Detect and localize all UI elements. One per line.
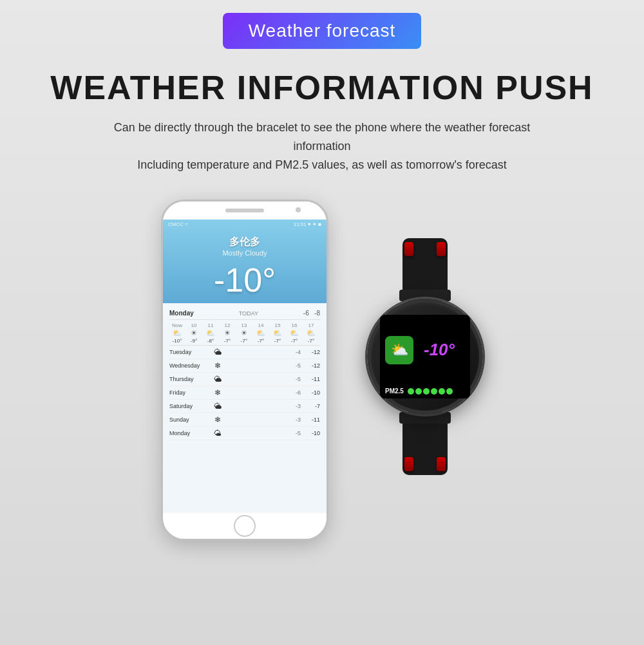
hour-temp: -9° [191,338,197,344]
day-icon: 🌥 [211,402,224,411]
pm-dot [446,388,453,395]
day-name: Wednesday [169,362,211,369]
day-icon: 🌥 [211,375,224,384]
weather-header: 多伦多 Mostly Cloudy [163,229,327,260]
hourly-item: 17 ⛅ -7° [303,322,319,344]
hour-icon: ⛅ [307,329,316,337]
day-name: Sunday [169,416,211,423]
hourly-row: Now ⛅ -10° 10 ☀ -9° 11 ⛅ -8° 12 ☀ -7° 13… [169,320,320,346]
hour-icon: ☀ [191,329,197,337]
hour-label: 16 [292,322,298,328]
daily-row: Tuesday 🌥 -4 -12 [169,346,320,359]
hour-temp: -7° [308,338,314,344]
daily-row: Thursday 🌥 -5 -11 [169,373,320,386]
today-day: TODAY [239,310,258,317]
hourly-item: 14 ⛅ -7° [253,322,269,344]
hour-label: 14 [258,322,264,328]
hour-icon: ⛅ [206,329,215,337]
watch-weather-icon: ⛅ [385,336,413,364]
day-hi: -10 [301,430,320,436]
daily-row: Monday 🌤 -5 -10 [169,427,320,440]
day-lo: -4 [285,349,301,355]
main-title: WEATHER INFORMATION PUSH [50,68,593,107]
status-bar: CMCC ≈ 11:01 ♥ ✦ ■ [163,220,327,229]
hour-icon: ⛅ [256,329,265,337]
phone: CMCC ≈ 11:01 ♥ ✦ ■ 多伦多 Mostly Cloudy -10… [161,200,328,541]
day-icon: ❄ [211,361,224,370]
pm-dot [415,388,422,395]
hour-icon: ⛅ [290,329,299,337]
hour-icon: ☀ [224,329,231,337]
day-icon: 🌤 [211,429,224,438]
hour-temp: -7° [241,338,247,344]
pm-label: PM2.5 [385,388,404,395]
watch-pm-bar: PM2.5 [380,385,470,398]
hourly-item: Now ⛅ -10° [169,322,185,344]
day-hi: -10 [301,389,320,396]
pm-dot [408,388,414,395]
day-hi: -12 [301,349,320,355]
hourly-item: 10 ☀ -9° [186,322,202,344]
day-icon: ❄ [211,415,224,424]
hour-label: 12 [225,322,231,328]
day-lo: -5 [285,376,301,382]
hour-temp: -7° [274,338,281,344]
hourly-item: 11 ⛅ -8° [203,322,218,344]
hour-icon: ☀ [241,329,247,337]
hour-label: Now [172,322,182,328]
watch-band-top [402,238,448,290]
day-name: Friday [169,389,211,396]
day-icon: 🌥 [211,348,224,357]
band-button-top-right [437,242,446,256]
page-wrapper: Weather forecast WEATHER INFORMATION PUS… [0,0,644,645]
hour-label: 17 [308,322,314,328]
day-lo: -3 [285,416,301,423]
day-lo: -5 [285,362,301,369]
hour-temp: -10° [173,338,182,344]
status-right: 11:01 ♥ ✦ ■ [294,221,321,227]
hourly-item: 13 ☀ -7° [236,322,252,344]
city-name-zh: 多伦多 [163,236,327,249]
hour-label: 15 [275,322,281,328]
daily-row: Friday ❄ -6 -10 [169,386,320,400]
hour-temp: -7° [224,338,231,344]
badge-label: Weather forecast [249,21,396,41]
band-button-bottom-right [437,457,446,471]
day-icon: ❄ [211,388,224,397]
hour-label: 11 [208,322,214,328]
hour-temp: -7° [291,338,298,344]
day-lo: -3 [285,403,301,409]
day-lo: -5 [285,430,301,436]
city-condition: Mostly Cloudy [163,249,327,257]
day-lo: -6 [285,389,301,396]
hour-label: 10 [191,322,197,328]
devices-container: CMCC ≈ 11:01 ♥ ✦ ■ 多伦多 Mostly Cloudy -10… [0,200,644,541]
hour-icon: ⛅ [173,329,182,337]
hour-temp: -7° [258,338,264,344]
band-button-bottom-left [404,457,413,471]
hour-label: 13 [242,322,247,328]
phone-screen: CMCC ≈ 11:01 ♥ ✦ ■ 多伦多 Mostly Cloudy -10… [163,220,327,513]
subtitle: Can be directly through the bracelet to … [97,118,547,174]
daily-row: Wednesday ❄ -5 -12 [169,359,320,373]
subtitle-line2: Including temperature and PM2.5 values, … [137,158,507,171]
daily-list: Tuesday 🌥 -4 -12 Wednesday ❄ -5 -12 Thur… [169,346,320,440]
band-button-top-left [404,242,413,256]
watch-temp: -10° [413,340,465,360]
phone-wrapper: CMCC ≈ 11:01 ♥ ✦ ■ 多伦多 Mostly Cloudy -10… [161,200,328,541]
pm-dot [423,388,430,395]
big-temp: -10° [163,260,327,303]
day-hi: -12 [301,362,320,369]
phone-top-bar [163,201,327,220]
home-button [234,515,256,537]
daily-row: Sunday ❄ -3 -11 [169,413,320,427]
watch-case: ⛅ -10° PM2.5 [367,299,483,415]
day-name: Thursday [169,376,211,382]
smartwatch: ⛅ -10° PM2.5 [367,238,483,475]
hourly-item: 12 ☀ -7° [220,322,235,344]
day-name: Tuesday [169,349,211,355]
daily-row: Saturday 🌥 -3 -7 [169,400,320,413]
phone-speaker [225,209,264,212]
watch-band-bottom [402,424,448,475]
hourly-item: 15 ⛅ -7° [270,322,285,344]
